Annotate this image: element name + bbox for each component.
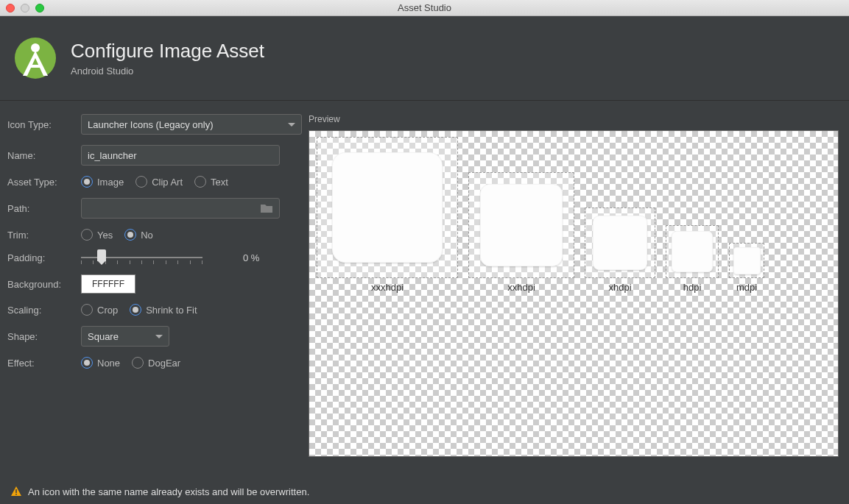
asset-type-label: Asset Type: bbox=[7, 177, 81, 188]
radio-icon bbox=[130, 304, 141, 316]
name-label: Name: bbox=[7, 150, 81, 161]
svg-rect-3 bbox=[15, 494, 17, 495]
effect-none-radio[interactable]: None bbox=[81, 357, 120, 369]
asset-type-image-radio[interactable]: Image bbox=[81, 176, 124, 188]
trim-yes-radio[interactable]: Yes bbox=[81, 229, 113, 241]
warning-icon bbox=[10, 486, 22, 497]
slider-thumb[interactable] bbox=[97, 249, 106, 261]
radio-icon bbox=[81, 357, 93, 369]
scaling-shrink-radio[interactable]: Shrink to Fit bbox=[130, 304, 197, 316]
trim-no-radio[interactable]: No bbox=[124, 229, 153, 241]
preview-label: Preview bbox=[309, 114, 839, 124]
name-input[interactable]: ic_launcher bbox=[81, 145, 280, 166]
form-panel: Icon Type: Launcher Icons (Legacy only) … bbox=[7, 114, 306, 457]
background-color-picker[interactable]: FFFFFF bbox=[81, 274, 135, 294]
preview-caption: xxxhdpi bbox=[371, 282, 404, 293]
path-label: Path: bbox=[7, 203, 81, 214]
preview-box bbox=[729, 243, 764, 278]
folder-icon[interactable] bbox=[260, 203, 273, 213]
preview-icon bbox=[332, 152, 443, 263]
radio-icon bbox=[124, 229, 136, 241]
asset-type-text-radio[interactable]: Text bbox=[194, 176, 228, 188]
preview-caption: hdpi bbox=[683, 282, 702, 293]
scaling-label: Scaling: bbox=[7, 305, 81, 316]
shape-value: Square bbox=[88, 331, 119, 342]
icon-type-label: Icon Type: bbox=[7, 119, 81, 130]
path-input[interactable] bbox=[81, 198, 280, 219]
preview-icon bbox=[593, 216, 647, 270]
radio-icon bbox=[135, 176, 147, 188]
svg-rect-2 bbox=[15, 489, 17, 493]
icon-type-dropdown[interactable]: Launcher Icons (Legacy only) bbox=[81, 114, 302, 135]
radio-icon bbox=[132, 357, 144, 369]
radio-icon bbox=[194, 176, 206, 188]
preview-caption: xxhdpi bbox=[507, 282, 535, 293]
chevron-down-icon bbox=[288, 123, 295, 127]
window-title: Asset Studio bbox=[0, 2, 849, 13]
padding-value: 0 % bbox=[243, 252, 259, 263]
header: Configure Image Asset Android Studio bbox=[0, 16, 849, 101]
effect-dogear-radio[interactable]: DogEar bbox=[132, 357, 180, 369]
warning-footer: An icon with the same name already exist… bbox=[0, 479, 849, 504]
chevron-down-icon bbox=[155, 335, 163, 338]
padding-label: Padding: bbox=[7, 252, 81, 263]
radio-icon bbox=[81, 176, 93, 188]
warning-text: An icon with the same name already exist… bbox=[28, 486, 309, 497]
preview-box bbox=[666, 225, 719, 278]
preview-icon bbox=[480, 184, 563, 266]
shape-label: Shape: bbox=[7, 331, 81, 342]
page-subtitle: Android Studio bbox=[71, 65, 264, 77]
titlebar: Asset Studio bbox=[0, 0, 849, 16]
name-value: ic_launcher bbox=[88, 150, 137, 161]
preview-box bbox=[317, 137, 458, 278]
effect-label: Effect: bbox=[7, 358, 81, 369]
asset-type-clipart-radio[interactable]: Clip Art bbox=[135, 176, 183, 188]
padding-slider[interactable] bbox=[81, 251, 202, 264]
preview-caption: mdpi bbox=[736, 282, 757, 293]
preview-icon bbox=[672, 231, 713, 272]
page-title: Configure Image Asset bbox=[71, 40, 264, 63]
preview-item-xxxhdpi: xxxhdpi bbox=[317, 137, 458, 293]
radio-icon bbox=[81, 304, 93, 316]
preview-item-mdpi: mdpi bbox=[729, 243, 764, 293]
preview-panel: Preview xxxhdpixxhdpixhdpihdpimdpi bbox=[309, 114, 839, 457]
scaling-crop-radio[interactable]: Crop bbox=[81, 304, 118, 316]
trim-label: Trim: bbox=[7, 230, 81, 241]
shape-dropdown[interactable]: Square bbox=[81, 326, 169, 347]
preview-item-xxhdpi: xxhdpi bbox=[468, 172, 574, 293]
radio-icon bbox=[81, 229, 93, 241]
preview-item-hdpi: hdpi bbox=[666, 225, 719, 293]
preview-caption: xhdpi bbox=[608, 282, 631, 293]
background-label: Background: bbox=[7, 279, 81, 290]
android-studio-icon bbox=[13, 36, 57, 80]
preview-box bbox=[468, 172, 574, 278]
icon-type-value: Launcher Icons (Legacy only) bbox=[88, 119, 214, 130]
preview-item-xhdpi: xhdpi bbox=[585, 207, 655, 293]
preview-icon bbox=[733, 247, 761, 274]
preview-box bbox=[585, 207, 655, 278]
preview-canvas: xxxhdpixxhdpixhdpihdpimdpi bbox=[309, 130, 839, 457]
